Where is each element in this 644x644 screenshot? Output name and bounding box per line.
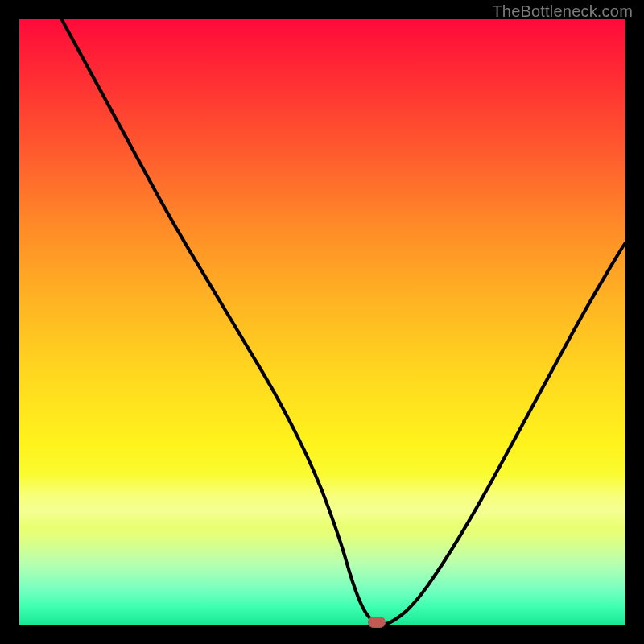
curve-path <box>62 19 625 625</box>
plot-area <box>19 19 625 625</box>
watermark-text: TheBottleneck.com <box>492 2 633 21</box>
bottleneck-curve <box>19 19 625 625</box>
chart-frame: TheBottleneck.com <box>0 0 644 644</box>
minimum-marker <box>368 617 386 628</box>
